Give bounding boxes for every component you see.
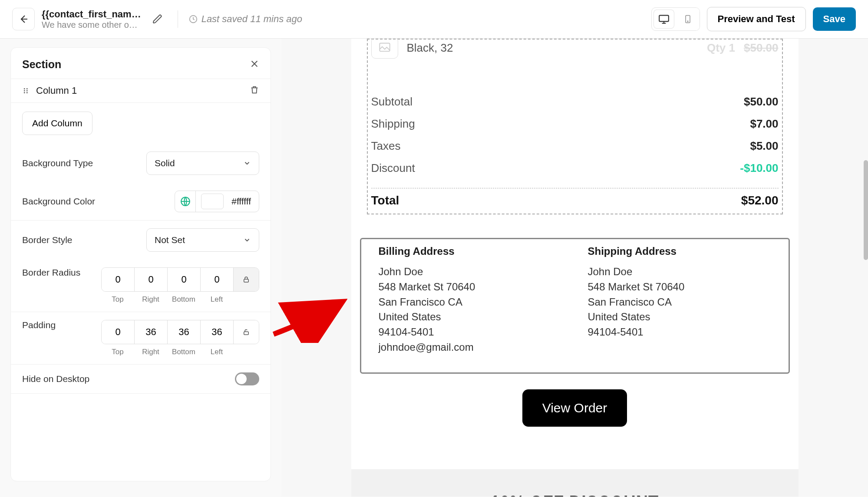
border-style-value: Not Set — [155, 235, 185, 245]
globe-icon — [180, 196, 191, 207]
bg-type-select[interactable]: Solid — [146, 151, 259, 175]
svg-point-8 — [26, 90, 28, 92]
color-hex: #ffffff — [228, 196, 259, 207]
shipping-street: 548 Market St 70640 — [588, 280, 771, 295]
column-label: Column 1 — [36, 85, 77, 96]
bg-color-input[interactable]: #ffffff — [175, 191, 259, 212]
edit-title-button[interactable] — [148, 10, 167, 29]
radius-left-input[interactable] — [201, 268, 233, 291]
product-variant: Black, 32 — [407, 41, 698, 55]
border-radius-label: Border Radius — [22, 267, 80, 278]
product-qty: Qty 1 — [707, 41, 735, 55]
shipping-label: Shipping — [371, 117, 415, 131]
close-panel-button[interactable] — [250, 59, 259, 70]
discount-value: -$10.00 — [740, 161, 778, 175]
close-icon — [250, 59, 259, 69]
drag-handle-icon — [22, 87, 30, 95]
email-canvas[interactable]: Black, 32 Qty 1 $50.00 Subtotal$50.00 Sh… — [281, 39, 868, 497]
email-subtitle: We have some other o… — [42, 20, 141, 30]
svg-point-5 — [24, 90, 25, 92]
bg-color-label: Background Color — [22, 196, 95, 207]
scrollbar[interactable] — [864, 160, 868, 260]
svg-point-9 — [26, 92, 28, 93]
side-right-label: Right — [134, 344, 167, 356]
divider — [178, 10, 178, 28]
billing-city: San Francisco CA — [379, 295, 562, 310]
shipping-name: John Doe — [588, 264, 771, 280]
lock-icon — [242, 276, 250, 283]
desktop-view-button[interactable] — [653, 10, 674, 29]
side-left-label: Left — [200, 344, 233, 356]
total-label: Total — [371, 194, 399, 207]
add-column-button[interactable]: Add Column — [22, 112, 92, 135]
discount-label: Discount — [371, 161, 415, 175]
svg-point-3 — [687, 21, 688, 22]
billing-country: United States — [379, 309, 562, 325]
chevron-down-icon — [243, 159, 251, 167]
svg-point-6 — [24, 92, 25, 93]
radius-bottom-input[interactable] — [168, 268, 200, 291]
bg-type-label: Background Type — [22, 158, 93, 168]
svg-point-7 — [26, 88, 28, 89]
border-radius-inputs — [101, 267, 259, 292]
color-swatch[interactable] — [201, 194, 224, 209]
billing-email: johndoe@gmail.com — [379, 340, 562, 355]
svg-rect-12 — [244, 332, 249, 335]
section-panel: Section Column 1 Add Column Background T… — [10, 47, 271, 481]
side-bottom-label: Bottom — [167, 292, 200, 304]
side-top-label: Top — [101, 292, 134, 304]
padding-bottom-input[interactable] — [168, 320, 200, 344]
save-button[interactable]: Save — [813, 7, 856, 31]
view-order-button[interactable]: View Order — [522, 389, 627, 427]
total-value: $52.00 — [741, 194, 779, 207]
border-style-label: Border Style — [22, 235, 73, 245]
svg-rect-11 — [244, 279, 249, 282]
padding-left-input[interactable] — [201, 320, 233, 344]
promo-section[interactable]: 10% OFF DISCOUNT — [351, 469, 799, 497]
mobile-view-button[interactable] — [676, 8, 700, 30]
padding-inputs — [101, 320, 259, 344]
padding-top-input[interactable] — [102, 320, 134, 344]
padding-right-input[interactable] — [135, 320, 167, 344]
image-icon — [377, 42, 392, 54]
svg-rect-1 — [659, 15, 669, 21]
column-item[interactable]: Column 1 — [11, 79, 271, 102]
desktop-icon — [658, 13, 670, 25]
side-left-label: Left — [200, 292, 233, 304]
back-button[interactable] — [12, 8, 35, 30]
side-right-label: Right — [134, 292, 167, 304]
delete-column-button[interactable] — [250, 85, 259, 96]
billing-name: John Doe — [379, 264, 562, 280]
radius-top-input[interactable] — [102, 268, 134, 291]
taxes-label: Taxes — [371, 139, 401, 153]
border-style-select[interactable]: Not Set — [146, 228, 259, 252]
device-toggle — [651, 7, 700, 31]
padding-label: Padding — [22, 320, 56, 330]
panel-title: Section — [22, 58, 61, 71]
last-saved: Last saved 11 mins ago — [188, 13, 302, 25]
globe-icon-wrap[interactable] — [175, 191, 196, 212]
shipping-zip: 94104-5401 — [588, 325, 771, 340]
pencil-icon — [152, 14, 163, 24]
billing-street: 548 Market St 70640 — [379, 280, 562, 295]
unlock-icon — [242, 328, 250, 336]
radius-lock-button[interactable] — [234, 268, 259, 291]
hide-desktop-label: Hide on Desktop — [22, 374, 89, 384]
side-bottom-label: Bottom — [167, 344, 200, 356]
hide-desktop-toggle[interactable] — [235, 372, 259, 385]
shipping-city: San Francisco CA — [588, 295, 771, 310]
billing-zip: 94104-5401 — [379, 325, 562, 340]
address-section[interactable]: Billing Address John Doe 548 Market St 7… — [360, 238, 790, 374]
preview-test-button[interactable]: Preview and Test — [707, 7, 806, 31]
side-top-label: Top — [101, 344, 134, 356]
bg-type-value: Solid — [155, 158, 175, 168]
padding-lock-button[interactable] — [234, 320, 259, 344]
billing-title: Billing Address — [379, 245, 562, 257]
order-summary-section[interactable]: Black, 32 Qty 1 $50.00 Subtotal$50.00 Sh… — [367, 39, 783, 214]
radius-right-input[interactable] — [135, 268, 167, 291]
shipping-title: Shipping Address — [588, 245, 771, 257]
title-block: {{contact_first_nam… We have some other … — [42, 9, 141, 30]
svg-point-4 — [24, 88, 25, 89]
subtotal-label: Subtotal — [371, 95, 413, 109]
arrow-left-icon — [18, 14, 29, 24]
